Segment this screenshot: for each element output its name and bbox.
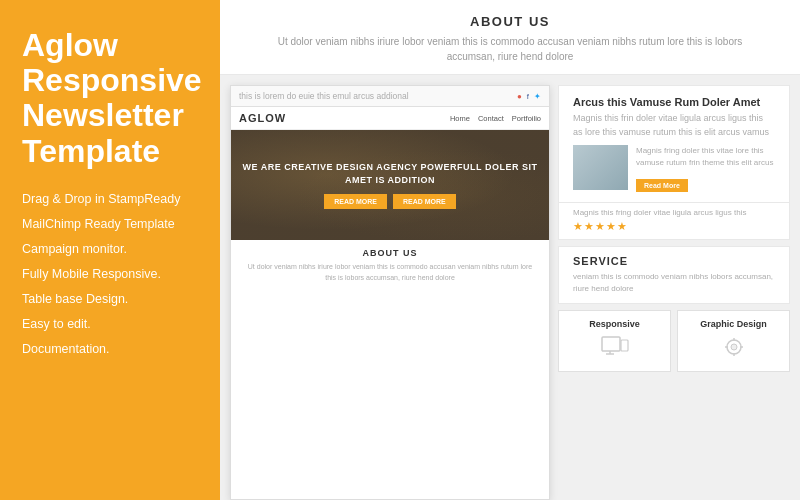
stars-rating: ★★★★★ <box>573 220 775 233</box>
review-text: Magnis this fring doler vitae ligula arc… <box>573 208 775 217</box>
read-more-button[interactable]: Read More <box>636 179 688 192</box>
twitter-icon: ✦ <box>534 92 541 101</box>
article-text: Magnis fring doler this vitae lore this … <box>636 145 775 192</box>
top-about-heading: ABOUT US <box>260 14 760 29</box>
right-side-column: Arcus this Vamuse Rum Doler Amet Magnis … <box>550 75 800 500</box>
hero-read-more-btn-2[interactable]: Read More <box>393 194 456 209</box>
service-heading: SERVICE <box>573 255 775 267</box>
email-subject: this is lorem do euie this emul arcus ad… <box>239 91 409 101</box>
responsive-icon <box>601 336 629 363</box>
article-content: Magnis fring doler this vitae lore this … <box>573 145 775 192</box>
main-content: this is lorem do euie this emul arcus ad… <box>220 75 800 500</box>
newsletter-navbar: AGLOW HomeContactPortfoilio <box>231 107 549 130</box>
feature-item: Campaign monitor. <box>22 237 198 262</box>
article-image-inner <box>573 145 628 190</box>
newsletter-hero: WE ARE CREATIVE DESIGN AGENCY POWERFULL … <box>231 130 549 240</box>
card-responsive-title: Responsive <box>589 319 640 329</box>
article-section: Arcus this Vamuse Rum Doler Amet Magnis … <box>558 85 790 203</box>
bottom-cards: Responsive Graphic Design <box>558 310 790 372</box>
newsletter-logo: AGLOW <box>239 112 286 124</box>
newsletter-preview: this is lorem do euie this emul arcus ad… <box>230 85 550 500</box>
svg-point-5 <box>731 344 737 350</box>
graphic-design-icon <box>720 336 748 363</box>
left-panel: Aglow Responsive Newsletter Template Dra… <box>0 0 220 500</box>
hero-read-more-btn-1[interactable]: Read More <box>324 194 387 209</box>
facebook-icon: f <box>527 92 529 101</box>
nav-link[interactable]: Portfoilio <box>512 114 541 123</box>
top-about-section: ABOUT US Ut dolor veniam nibhs iriure lo… <box>220 0 800 75</box>
feature-item: Easy to edit. <box>22 312 198 337</box>
right-panel: ABOUT US Ut dolor veniam nibhs iriure lo… <box>220 0 800 500</box>
card-graphic-design-title: Graphic Design <box>700 319 767 329</box>
social-icons: ● f ✦ <box>517 92 541 101</box>
service-text: veniam this is commodo veniam nibhs lobo… <box>573 271 775 295</box>
nav-link[interactable]: Home <box>450 114 470 123</box>
card-responsive: Responsive <box>558 310 671 372</box>
article-intro: Magnis this frin doler vitae ligula arcu… <box>573 112 775 139</box>
close-icon: ● <box>517 92 522 101</box>
card-graphic-design: Graphic Design <box>677 310 790 372</box>
newsletter-nav-links: HomeContactPortfoilio <box>450 114 541 123</box>
hero-heading: WE ARE CREATIVE DESIGN AGENCY POWERFULL … <box>239 161 541 186</box>
feature-item: Drag & Drop in StampReady <box>22 187 198 212</box>
preview-about-heading: ABOUT US <box>243 248 537 258</box>
svg-rect-0 <box>602 337 620 351</box>
feature-item: Table base Design. <box>22 287 198 312</box>
feature-item: Fully Mobile Responsive. <box>22 262 198 287</box>
feature-item: Documentation. <box>22 337 198 362</box>
article-heading: Arcus this Vamuse Rum Doler Amet <box>573 96 775 108</box>
service-section: SERVICE veniam this is commodo veniam ni… <box>558 246 790 304</box>
product-title: Aglow Responsive Newsletter Template <box>22 28 198 169</box>
email-bar: this is lorem do euie this emul arcus ad… <box>231 86 549 107</box>
preview-about-text: Ut dolor veniam nibhs iriure lobor venia… <box>243 262 537 283</box>
top-about-text: Ut dolor veniam nibhs iriure lobor venia… <box>260 34 760 64</box>
article-detail: Magnis fring doler this vitae lore this … <box>636 145 775 169</box>
feature-item: MailChimp Ready Template <box>22 212 198 237</box>
article-image <box>573 145 628 190</box>
preview-about: ABOUT US Ut dolor veniam nibhs iriure lo… <box>231 240 549 289</box>
features-list: Drag & Drop in StampReadyMailChimp Ready… <box>22 187 198 362</box>
hero-buttons: Read More Read More <box>324 194 456 209</box>
stars-review: Magnis this fring doler vitae ligula arc… <box>558 203 790 240</box>
svg-rect-1 <box>621 340 628 351</box>
nav-link[interactable]: Contact <box>478 114 504 123</box>
